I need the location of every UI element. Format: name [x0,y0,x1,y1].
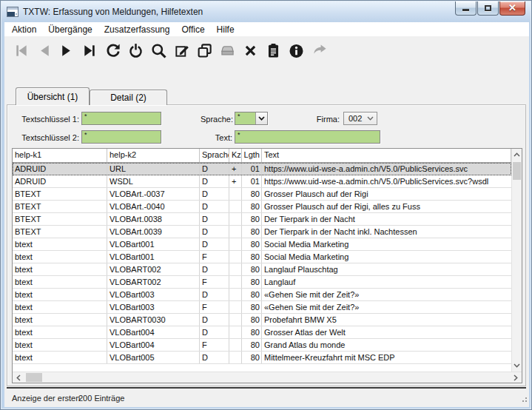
firma-combobox[interactable]: 002 [343,112,377,125]
table-cell [229,201,242,212]
search-button[interactable] [149,41,168,60]
toolbar [12,41,329,60]
table-cell: Social Media Marketing [262,251,511,263]
table-cell: VLOBArt.0038 [107,213,200,225]
table-row[interactable]: btextVLOBART002F80Langlauf [13,276,511,289]
delete-button[interactable] [241,41,260,60]
client-area: AktionÜbergängeZusatzerfassungOfficeHilf… [4,22,529,407]
column-header-kz[interactable]: Kz [229,149,242,162]
table-cell: 80 [242,263,262,275]
horizontal-scrollbar[interactable] [13,372,522,383]
table-cell: D [200,175,229,187]
table-cell: F [200,251,229,263]
table-row[interactable]: btextVLOBart005D80Mittelmeer-Kreuzfahrt … [13,352,511,364]
table-row[interactable]: btextVLOBART0030D80Probefahrt BMW X5 [13,314,511,326]
table-row[interactable]: btextVLOBart003F80«Gehen Sie mit der Zei… [13,301,511,314]
table-cell: btext [13,339,107,351]
scroll-down-button[interactable] [512,360,522,372]
table-cell [229,314,242,326]
info-icon [288,42,305,59]
table-row[interactable]: btextVLOBart004F80Grand Atlas du monde [13,339,511,352]
table-cell: VLOBart004 [107,326,200,338]
table-cell: VLOBART002 [107,263,200,275]
table-cell: F [200,276,229,288]
table-row[interactable]: btextVLOBART002D80Langlauf Plauschtag [13,263,511,276]
textschluessel2-input[interactable]: * [81,130,161,144]
tab-detail[interactable]: Detail (2) [90,90,167,105]
table-row[interactable]: btextVLOBart001F80Social Media Marketing [13,251,511,263]
menu-item-hilfe[interactable]: Hilfe [211,23,240,36]
horizontal-scroll-thumb[interactable] [26,373,42,382]
tab-strip: Übersicht (1) Detail (2) [16,87,167,105]
table-cell: F [200,301,229,313]
table-cell: 80 [242,289,262,300]
table-cell: btext [13,276,107,288]
column-header-lgth[interactable]: Lgth [242,149,262,162]
table-cell: VLOBart004 [107,339,200,351]
column-header-help-k1[interactable]: help-k1 [13,149,107,162]
table-row[interactable]: BTEXTVLOBArt.-0040D80Grosser Plausch auf… [13,201,511,213]
table-cell [229,352,242,363]
table-cell: URL [107,163,200,175]
column-header-sprache[interactable]: Sprache [200,149,229,162]
previous-record-icon [36,42,53,59]
vertical-scroll-thumb[interactable] [513,162,521,180]
info-button[interactable] [287,41,306,60]
share-button[interactable] [310,41,329,60]
table-cell: 80 [242,213,262,225]
table-cell: VLOBart005 [107,352,200,363]
clipboard-button[interactable] [264,41,283,60]
table-row[interactable]: ADRUIDURLD+01https://www.uid-wse-a.admin… [13,163,511,175]
table-row[interactable]: btextVLOBart001D80Social Media Marketing [13,238,511,251]
save-disk-button[interactable] [218,41,237,60]
table-cell [229,276,242,288]
table-row[interactable]: btextVLOBart003D80«Gehen Sie mit der Zei… [13,289,511,301]
app-window: TXTW: Erfassung von Meldungen, Hilfetext… [0,0,532,410]
sprache-combobox[interactable]: * [235,112,268,125]
scroll-right-button[interactable] [510,372,522,383]
maximize-button[interactable] [477,1,499,16]
table-cell [229,289,242,300]
table-row[interactable]: BTEXTVLOBArt.0039D80Der Tierpark in der … [13,226,511,238]
table-cell: btext [13,314,107,326]
table-cell: btext [13,289,107,300]
menu-item-office[interactable]: Office [175,23,210,36]
table-cell: D [200,314,229,326]
tab-uebersicht[interactable]: Übersicht (1) [16,87,90,105]
table-row[interactable]: BTEXTVLOBArt.0038D80Der Tierpark in der … [13,213,511,226]
column-header-help-k2[interactable]: help-k2 [107,149,200,162]
menu-item-aktion[interactable]: Aktion [6,23,42,36]
table-row[interactable]: BTEXTVLOBArt.-0037D80Grosser Plausch auf… [13,188,511,201]
first-record-button[interactable] [12,41,30,60]
chevron-down-icon [514,363,520,368]
last-record-icon [81,42,98,59]
table-cell: VLOBART0030 [107,314,200,326]
scroll-up-button[interactable] [512,149,522,161]
text-input[interactable]: * [235,130,380,144]
close-button[interactable]: ✕ [499,1,525,16]
next-record-button[interactable] [58,41,76,60]
previous-record-button[interactable] [35,41,53,60]
resize-grip-icon[interactable] [520,392,528,406]
table-cell: VLOBArt.0039 [107,226,200,238]
sprache-dropdown-button[interactable] [255,112,267,124]
table-cell: D [200,289,229,300]
table-cell: VLOBart003 [107,301,200,313]
textschluessel1-input[interactable]: * [81,112,161,125]
table-row[interactable]: btextVLOBart004D80Grosser Atlas der Welt [13,326,511,339]
last-record-button[interactable] [81,41,99,60]
minimize-button[interactable] [455,1,477,16]
menu-item--berg-nge[interactable]: Übergänge [42,23,98,36]
edit-button[interactable] [172,41,191,60]
table-cell: Grosser Atlas der Welt [262,326,511,338]
power-button[interactable] [127,41,145,60]
vertical-scrollbar[interactable] [511,149,522,372]
copy-button[interactable] [195,41,214,60]
table-cell [229,238,242,250]
menu-item-zusatzerfassung[interactable]: Zusatzerfassung [98,23,176,36]
scroll-left-button[interactable] [13,372,24,383]
table-row[interactable]: ADRUIDWSDLD+01https://www.uid-wse-a.admi… [13,175,511,188]
refresh-button[interactable] [104,41,122,60]
column-header-text[interactable]: Text [262,149,511,162]
title-bar[interactable]: TXTW: Erfassung von Meldungen, Hilfetext… [1,1,531,22]
